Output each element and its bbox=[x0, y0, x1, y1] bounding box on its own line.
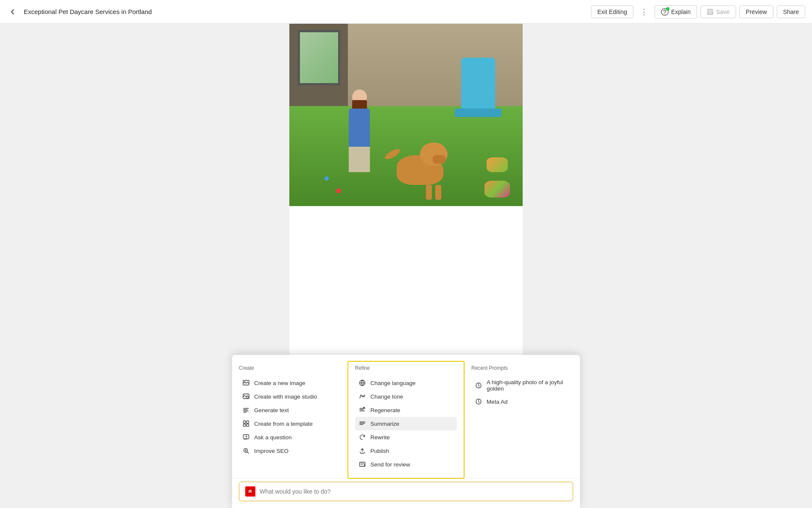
preview-button[interactable]: Preview bbox=[739, 6, 773, 18]
change-language-icon bbox=[358, 379, 366, 387]
explain-green-dot bbox=[666, 7, 669, 11]
recent-1-label: A high-quality photo of a joyful golden bbox=[487, 379, 570, 392]
menu-item-recent-2[interactable]: Meta Ad bbox=[471, 395, 573, 408]
regenerate-label: Regenerate bbox=[370, 407, 400, 413]
svg-rect-4 bbox=[708, 12, 712, 14]
change-tone-icon bbox=[358, 393, 366, 400]
create-new-image-icon bbox=[242, 379, 250, 387]
dog-leg-2 bbox=[435, 185, 441, 200]
page-container: Create Create a new image bbox=[289, 24, 523, 508]
summarize-label: Summarize bbox=[370, 421, 399, 427]
create-new-image-label: Create a new image bbox=[254, 380, 305, 386]
create-template-label: Create from a template bbox=[254, 421, 313, 427]
svg-rect-8 bbox=[246, 396, 249, 398]
toy-ball-1 bbox=[336, 188, 341, 193]
hero-image bbox=[289, 24, 523, 206]
header-left: Exceptional Pet Daycare Services in Port… bbox=[7, 6, 152, 18]
dog-snout bbox=[433, 155, 445, 164]
svg-point-6 bbox=[244, 381, 245, 382]
back-icon bbox=[8, 8, 17, 16]
menu-item-recent-1[interactable]: A high-quality photo of a joyful golden bbox=[471, 376, 573, 395]
menu-item-summarize[interactable]: Summarize bbox=[355, 417, 457, 430]
page-title: Exceptional Pet Daycare Services in Port… bbox=[24, 8, 152, 15]
svg-rect-10 bbox=[246, 421, 249, 424]
send-review-icon bbox=[358, 461, 366, 468]
dropdown-columns: Create Create a new image bbox=[232, 355, 580, 478]
svg-rect-20 bbox=[247, 488, 253, 494]
share-button[interactable]: Share bbox=[777, 6, 805, 18]
refine-header: Refine bbox=[355, 362, 457, 371]
exit-editing-button[interactable]: Exit Editing bbox=[591, 6, 633, 18]
dog-leg-1 bbox=[426, 185, 432, 200]
explain-label: Explain bbox=[671, 8, 691, 15]
save-button[interactable]: Save bbox=[700, 6, 736, 18]
generate-text-label: Generate text bbox=[254, 407, 289, 413]
menu-item-rewrite[interactable]: Rewrite bbox=[355, 430, 457, 444]
menu-item-publish[interactable]: Publish bbox=[355, 444, 457, 458]
logo-svg bbox=[247, 488, 253, 494]
save-label: Save bbox=[716, 8, 730, 15]
ask-question-label: Ask a question bbox=[254, 434, 292, 441]
publish-label: Publish bbox=[370, 448, 389, 454]
svg-point-14 bbox=[246, 438, 246, 438]
improve-seo-label: Improve SEO bbox=[254, 448, 288, 454]
back-button[interactable] bbox=[7, 6, 19, 18]
header: Exceptional Pet Daycare Services in Port… bbox=[0, 0, 812, 24]
person-figure bbox=[349, 89, 370, 172]
recent-2-icon bbox=[475, 398, 482, 405]
dog-body bbox=[397, 155, 443, 185]
svg-rect-12 bbox=[246, 424, 249, 427]
person-hair bbox=[352, 100, 367, 109]
toy-ball-2 bbox=[325, 176, 329, 181]
refine-column: Refine Change language bbox=[347, 361, 465, 479]
rewrite-icon bbox=[358, 433, 366, 441]
create-image-studio-label: Create with image studio bbox=[254, 394, 317, 400]
svg-rect-3 bbox=[709, 9, 711, 11]
rewrite-label: Rewrite bbox=[370, 434, 390, 441]
explain-button[interactable]: Explain bbox=[655, 5, 697, 19]
toy-plush bbox=[484, 181, 510, 198]
main-content: Create Create a new image bbox=[0, 24, 812, 508]
dropdown-panel: Create Create a new image bbox=[232, 355, 580, 508]
slide-body bbox=[461, 58, 495, 113]
recent-header: Recent Prompts bbox=[471, 362, 573, 371]
input-logo-icon bbox=[245, 486, 255, 497]
prompt-input[interactable] bbox=[260, 488, 567, 495]
menu-item-regenerate[interactable]: Regenerate bbox=[355, 403, 457, 417]
input-bar-container bbox=[232, 478, 580, 508]
more-options-button[interactable]: ⋮ bbox=[637, 6, 651, 18]
menu-item-create-image-studio[interactable]: Create with image studio bbox=[239, 390, 341, 403]
menu-item-send-review[interactable]: Send for review bbox=[355, 458, 457, 471]
recent-2-label: Meta Ad bbox=[487, 399, 508, 405]
regenerate-icon bbox=[358, 406, 366, 414]
change-language-label: Change language bbox=[370, 380, 416, 386]
dog-head bbox=[420, 142, 448, 166]
menu-item-create-template[interactable]: Create from a template bbox=[239, 417, 341, 430]
toy-plush-2 bbox=[487, 157, 508, 172]
summarize-icon bbox=[358, 420, 366, 427]
dog-figure bbox=[397, 155, 443, 185]
menu-item-generate-text[interactable]: Generate text bbox=[239, 403, 341, 417]
menu-item-change-tone[interactable]: Change tone bbox=[355, 390, 457, 403]
generate-text-icon bbox=[242, 406, 250, 414]
svg-point-1 bbox=[664, 13, 665, 14]
svg-rect-13 bbox=[244, 435, 249, 439]
menu-item-ask-question[interactable]: Ask a question bbox=[239, 430, 341, 444]
menu-item-create-new-image[interactable]: Create a new image bbox=[239, 376, 341, 390]
menu-item-improve-seo[interactable]: Improve SEO bbox=[239, 444, 341, 458]
create-template-icon bbox=[242, 420, 250, 427]
input-bar bbox=[239, 482, 573, 501]
improve-seo-icon bbox=[242, 447, 250, 455]
person-legs bbox=[349, 147, 370, 172]
send-review-label: Send for review bbox=[370, 461, 410, 468]
ask-question-icon bbox=[242, 433, 250, 441]
person-torso bbox=[349, 109, 370, 147]
create-image-studio-icon bbox=[242, 393, 250, 400]
dog-legs bbox=[426, 185, 441, 200]
create-column: Create Create a new image bbox=[232, 362, 347, 478]
header-right: Exit Editing ⋮ Explain Save Preview Shar… bbox=[591, 5, 805, 19]
create-header: Create bbox=[239, 362, 341, 371]
menu-item-change-language[interactable]: Change language bbox=[355, 376, 457, 390]
window bbox=[298, 30, 340, 85]
change-tone-label: Change tone bbox=[370, 394, 403, 400]
